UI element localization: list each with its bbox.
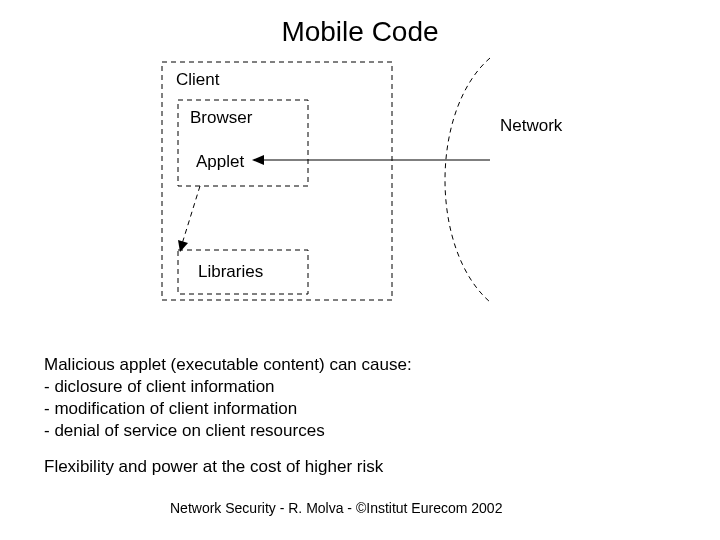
page-title: Mobile Code bbox=[0, 16, 720, 48]
label-client: Client bbox=[176, 70, 219, 90]
network-arc bbox=[445, 58, 490, 302]
label-network: Network bbox=[500, 116, 562, 136]
footer-text: Network Security - R. Molva - ©Institut … bbox=[170, 500, 502, 516]
client-box bbox=[162, 62, 392, 300]
body-line-3: - modification of client information bbox=[44, 398, 297, 421]
label-libraries: Libraries bbox=[198, 262, 263, 282]
body-line-4: - denial of service on client resources bbox=[44, 420, 325, 443]
arrow-applet-to-libraries bbox=[182, 186, 200, 244]
body-line-1: Malicious applet (executable content) ca… bbox=[44, 354, 412, 377]
body-line-2: - diclosure of client information bbox=[44, 376, 275, 399]
label-applet: Applet bbox=[196, 152, 244, 172]
body-line-5: Flexibility and power at the cost of hig… bbox=[44, 456, 383, 479]
label-browser: Browser bbox=[190, 108, 252, 128]
arrow-network-to-applet-head bbox=[252, 155, 264, 165]
